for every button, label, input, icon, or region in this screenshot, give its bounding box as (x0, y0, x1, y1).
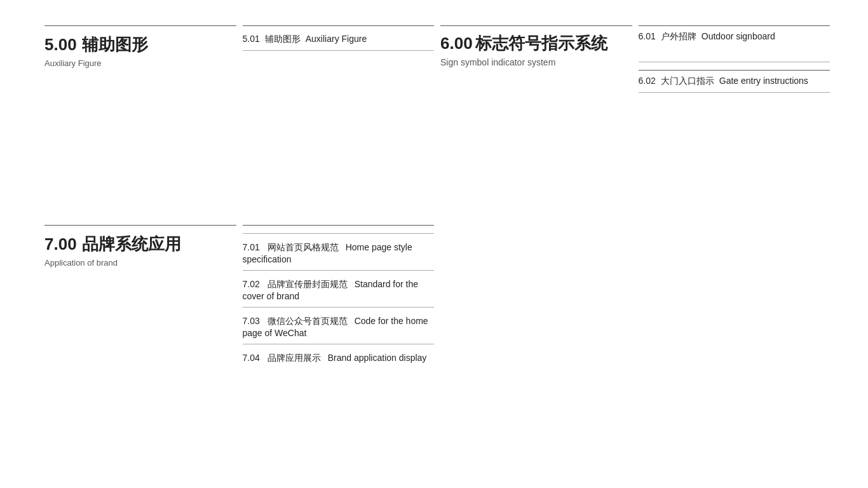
list-item: 7.02 品牌宣传册封面规范 Standard for the cover of… (243, 270, 435, 307)
section-7-items: 7.01 网站首页风格规范 Home page style specificat… (236, 225, 435, 463)
section-7-sub-items-list: 7.01 网站首页风格规范 Home page style specificat… (243, 233, 435, 369)
section-5-topline (44, 25, 236, 26)
section-5: 5.00 辅助图形 Auxiliary Figure (38, 25, 236, 187)
list-item: 7.04 品牌应用展示 Brand application display (243, 344, 435, 369)
item-704-title-zh: 品牌应用展示 (268, 353, 321, 363)
list-item: 7.01 网站首页风格规范 Home page style specificat… (243, 233, 435, 270)
section-6-number: 6.00 (440, 34, 473, 53)
section-6-topline (440, 25, 632, 26)
section-602-title-zh: 大门入口指示 (661, 76, 714, 87)
item-702-number: 7.02 (243, 279, 260, 289)
section-601-number: 6.01 (639, 31, 656, 41)
section-602-number: 6.02 (639, 76, 656, 86)
section-501-title-zh: 辅助图形 (265, 34, 301, 45)
section-6-title-en: Sign symbol indicator system (440, 57, 632, 67)
section-501-topline (243, 25, 435, 26)
section-7-title-en: Application of brand (44, 258, 236, 268)
section-602-item: 6.02 大门入口指示 Gate entry instructions (639, 70, 831, 87)
section-501-number: 5.01 (243, 34, 260, 44)
section-6: 6.00 标志符号指示系统 Sign symbol indicator syst… (434, 25, 632, 187)
section-5-title-zh: 辅助图形 (82, 34, 148, 56)
item-704-number: 7.04 (243, 353, 260, 363)
item-702-title-zh: 品牌宣传册封面规范 (268, 279, 348, 289)
section-7-title-zh: 品牌系统应用 (82, 233, 181, 255)
list-item: 7.03 微信公众号首页规范 Code for the home page of… (243, 307, 435, 344)
section-7-items-topline (243, 225, 435, 226)
section-6-title-zh: 标志符号指示系统 (475, 32, 607, 55)
section-601-title-en: Outdoor signboard (702, 31, 775, 41)
section-5-number: 5.00 (44, 35, 77, 55)
section-602-title-en: Gate entry instructions (719, 76, 808, 86)
section-7-topline (44, 225, 236, 226)
section-501-title-en: Auxiliary Figure (306, 34, 367, 44)
item-703-number: 7.03 (243, 316, 260, 326)
section-601-item: 6.01 户外招牌 Outdoor signboard (639, 25, 831, 43)
item-704-title-en: Brand application display (328, 353, 427, 363)
section-7: 7.00 品牌系统应用 Application of brand (38, 225, 236, 463)
section-601-title-zh: 户外招牌 (661, 31, 696, 43)
section-5-title-en: Auxiliary Figure (44, 58, 236, 68)
item-701-number: 7.01 (243, 242, 260, 252)
item-703-title-zh: 微信公众号首页规范 (268, 316, 348, 326)
section-601-602: 6.01 户外招牌 Outdoor signboard 6.02 大门入口指示 … (632, 25, 831, 187)
section-501: 5.01 辅助图形 Auxiliary Figure (236, 25, 435, 187)
item-701-title-zh: 网站首页风格规范 (268, 242, 339, 252)
section-7-number: 7.00 (44, 234, 77, 254)
